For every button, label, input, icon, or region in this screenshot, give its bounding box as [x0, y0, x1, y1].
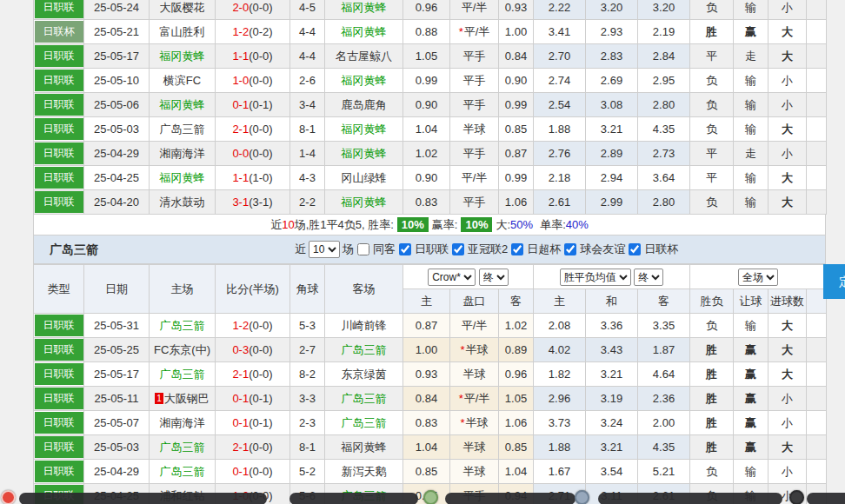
- team-link[interactable]: 福冈黄蜂: [342, 147, 387, 160]
- league-filter-checkbox-5[interactable]: [629, 243, 641, 255]
- side-panel-button[interactable]: 定: [823, 264, 845, 299]
- ah-home-odds: 0.90: [403, 166, 450, 190]
- team-link[interactable]: 福冈黄蜂: [160, 171, 205, 184]
- team-link[interactable]: 浦和红钻: [160, 489, 205, 502]
- away-team-cell: 广岛三箭: [325, 411, 403, 435]
- ah-line-cell: *半球: [450, 338, 499, 362]
- bookmaker-select[interactable]: Crow*: [428, 269, 476, 286]
- team-link[interactable]: 福冈黄蜂: [160, 98, 205, 111]
- team-link[interactable]: 福冈黄蜂: [160, 50, 205, 63]
- team-link[interactable]: 广岛三箭: [160, 441, 205, 454]
- team-link[interactable]: 广岛三箭: [342, 343, 387, 356]
- home-team-cell: FC东京(中): [150, 338, 216, 362]
- league-badge: 日职联: [35, 167, 83, 189]
- ah-line-cell: 平/半: [450, 166, 499, 190]
- ah-home-odds: 1.02: [403, 142, 450, 166]
- recent-count-select[interactable]: 10: [309, 241, 340, 258]
- team-link[interactable]: 广岛三箭: [160, 368, 205, 381]
- ah-line-cell: 半球: [450, 435, 499, 460]
- team-link[interactable]: 名古屋鲸八: [336, 50, 392, 63]
- team-link[interactable]: 福冈黄蜂: [342, 441, 387, 454]
- team-link[interactable]: FC东京(中): [154, 343, 210, 356]
- full-time-score: 1-0: [232, 489, 249, 502]
- team-link[interactable]: 湘南海洋: [160, 416, 205, 429]
- result-cell: 平: [690, 44, 734, 69]
- ah-line-cell: 平手: [450, 93, 499, 117]
- score-cell: 1-2(0-2): [216, 20, 290, 44]
- score-cell: 0-1(0-1): [216, 387, 290, 411]
- result-cell: 负: [690, 69, 734, 93]
- eu-home-odds: 4.02: [534, 338, 586, 362]
- league-cell: 日职联: [34, 314, 84, 338]
- home-team-cell: 福冈黄蜂: [150, 93, 216, 117]
- team-link[interactable]: 冈山绿雉: [342, 171, 387, 184]
- league-filter-label-1: 日职联: [415, 235, 449, 263]
- team-link[interactable]: 大阪樱花: [160, 1, 205, 14]
- team-link[interactable]: 福冈黄蜂: [342, 196, 387, 209]
- league-badge: 日职联: [35, 315, 83, 336]
- eu-home-odds: 2.76: [534, 142, 586, 166]
- ah-line-text: 平/半: [464, 392, 490, 405]
- euro-final-select[interactable]: 终: [634, 269, 663, 286]
- spacer-cell: [807, 117, 827, 142]
- team-link[interactable]: 新泻天鹅: [342, 465, 387, 478]
- team-link[interactable]: 广岛三箭: [342, 489, 387, 502]
- team-link[interactable]: 福冈黄蜂: [342, 74, 387, 87]
- away-team-cell: 福冈黄蜂: [325, 142, 403, 166]
- team-link[interactable]: 广岛三箭: [160, 123, 205, 136]
- summary-record: 场,胜1平4负5, 胜率:: [295, 218, 394, 231]
- result-group-header: 全场: [690, 265, 827, 289]
- result-cell: 负: [690, 117, 734, 142]
- scope-select[interactable]: 全场: [738, 269, 778, 286]
- spacer-cell: [807, 387, 827, 411]
- euro-avg-select[interactable]: 胜平负均值: [560, 269, 631, 286]
- ah-line-text: 平/半: [464, 25, 490, 38]
- team-link[interactable]: 福冈黄蜂: [342, 25, 387, 38]
- team-link[interactable]: 湘南海洋: [160, 147, 205, 160]
- league-filter-checkbox-3[interactable]: [511, 243, 523, 255]
- away-team-cell: 川崎前锋: [325, 314, 403, 338]
- match-row: 日职联25-04-29广岛三箭0-1(0-0)5-2新泻天鹅0.85半球1.04…: [34, 460, 827, 484]
- team-link[interactable]: 大阪钢巴: [164, 392, 210, 405]
- league-filter-checkbox-2[interactable]: [452, 243, 464, 255]
- league-filter-checkbox-4[interactable]: [564, 243, 576, 255]
- team-link[interactable]: 富山胜利: [160, 25, 205, 38]
- result-cell: 胜: [690, 387, 734, 411]
- team-link[interactable]: 东京绿茵: [342, 368, 387, 381]
- team-link[interactable]: 横滨FC: [163, 74, 201, 87]
- date-cell: 25-05-06: [84, 93, 150, 117]
- score-cell: 0-1(0-1): [216, 93, 290, 117]
- league-filter-checkbox-1[interactable]: [399, 243, 411, 255]
- home-team-cell: 湘南海洋: [150, 411, 216, 435]
- full-time-score: 0-1: [232, 416, 249, 429]
- team-link[interactable]: 鹿岛鹿角: [342, 98, 387, 111]
- team-link[interactable]: 福冈黄蜂: [342, 1, 387, 14]
- away-team-cell: 东京绿茵: [325, 362, 403, 387]
- date-cell: 25-05-10: [84, 69, 150, 93]
- team2-matches-table: 类型 日期 主场 比分(半场) 角球 客场 Crow* 终 胜平负均值 终 全场…: [33, 264, 827, 504]
- ah-away-odds: 1.02: [499, 314, 534, 338]
- ah-away-odds: 1.06: [499, 411, 534, 435]
- team-link[interactable]: 广岛三箭: [160, 465, 205, 478]
- corner-cell: 3-4: [290, 93, 325, 117]
- team-link[interactable]: 福冈黄蜂: [342, 123, 387, 136]
- same-away-checkbox[interactable]: [357, 243, 369, 255]
- asian-final-select[interactable]: 终: [479, 269, 509, 286]
- team-link[interactable]: 广岛三箭: [342, 416, 387, 429]
- league-badge: 日职联: [35, 94, 83, 116]
- league-cell: 日职联: [34, 142, 84, 166]
- team-link[interactable]: 广岛三箭: [160, 319, 205, 332]
- eu-draw-odds: 3.21: [586, 362, 638, 387]
- ah-home-odds: 0.83: [403, 411, 450, 435]
- app-icon-red[interactable]: [1, 490, 16, 504]
- goals-result-cell: 小: [768, 460, 807, 484]
- home-team-cell: 浦和红钻: [150, 484, 216, 504]
- handicap-result-cell: 输: [734, 0, 768, 20]
- team-link[interactable]: 广岛三箭: [342, 392, 387, 405]
- col-header-away: 客场: [325, 265, 403, 314]
- goals-result-cell: 大: [768, 435, 807, 460]
- team-link[interactable]: 清水鼓动: [160, 196, 205, 209]
- league-cell: 日职联: [34, 338, 84, 362]
- team-link[interactable]: 川崎前锋: [342, 319, 387, 332]
- result-cell: 负: [690, 484, 734, 504]
